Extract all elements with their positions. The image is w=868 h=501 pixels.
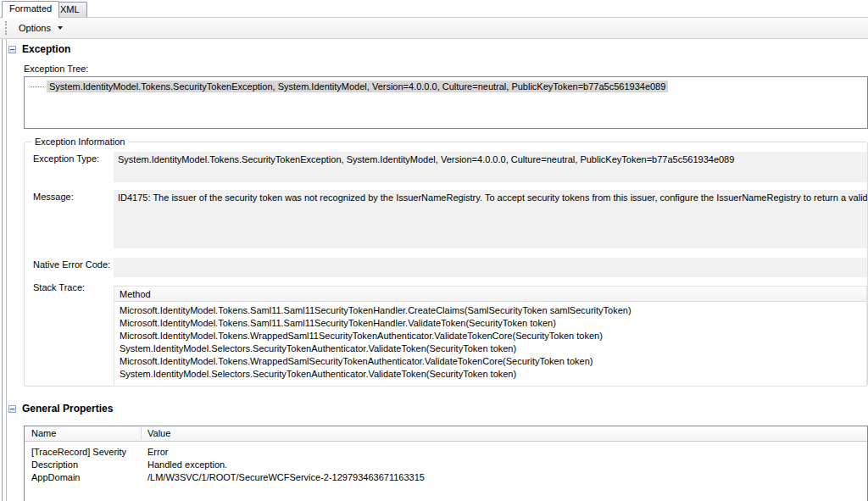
stack-trace-rows: Microsoft.IdentityModel.Tokens.Saml11.Sa… xyxy=(114,302,866,381)
view-tabbar: Formatted XML xyxy=(0,0,868,17)
stack-trace-row[interactable]: System.IdentityModel.Selectors.SecurityT… xyxy=(114,368,866,381)
exception-section-title: Exception xyxy=(22,43,70,55)
toolbar-grip-icon[interactable] xyxy=(5,21,7,35)
stack-trace-row[interactable]: Microsoft.IdentityModel.Tokens.WrappedSa… xyxy=(114,330,866,342)
stack-trace-column-header[interactable]: Method xyxy=(114,287,866,302)
general-properties-header-row: Name Value xyxy=(25,426,867,442)
tab-xml-label: XML xyxy=(60,4,80,14)
exception-information-group: Exception Information Exception Type: Sy… xyxy=(24,142,868,387)
column-header-name[interactable]: Name xyxy=(31,428,56,438)
trace-detail-pane: Formatted XML Options Exception Exceptio… xyxy=(0,0,868,501)
row-value-cell: /LM/W3SVC/1/ROOT/SecureWCFService-2-1297… xyxy=(147,471,425,484)
stack-trace-row[interactable]: Microsoft.IdentityModel.Tokens.WrappedSa… xyxy=(114,355,866,368)
stack-trace-row[interactable]: System.IdentityModel.Selectors.SecurityT… xyxy=(114,342,866,355)
exception-section-header: Exception xyxy=(8,43,70,55)
row-name-cell: AppDomain xyxy=(31,471,80,484)
exception-tree-node-text: System.IdentityModel.Tokens.SecurityToke… xyxy=(47,81,668,92)
pane-left-border-inner xyxy=(6,39,7,501)
column-separator[interactable] xyxy=(141,427,142,440)
exception-type-label: Exception Type: xyxy=(33,153,99,164)
message-field[interactable]: ID4175: The issuer of the security token… xyxy=(114,190,867,248)
tree-connector-icon xyxy=(30,86,44,87)
stack-trace-row[interactable]: Microsoft.IdentityModel.Tokens.Saml11.Sa… xyxy=(114,317,866,330)
general-properties-rows: [TraceRecord] Severity Error Description… xyxy=(25,442,867,484)
native-error-code-label: Native Error Code: xyxy=(33,259,110,270)
options-menu-button[interactable]: Options xyxy=(13,20,69,36)
exception-tree-label: Exception Tree: xyxy=(24,64,88,74)
column-header-value[interactable]: Value xyxy=(147,428,170,438)
dropdown-arrow-icon xyxy=(58,26,63,30)
native-error-code-field[interactable] xyxy=(114,258,867,277)
tab-formatted[interactable]: Formatted xyxy=(2,1,59,18)
options-toolbar: Options xyxy=(0,18,868,39)
general-properties-table: Name Value [TraceRecord] Severity Error … xyxy=(24,426,868,501)
table-row[interactable]: Description Handled exception. xyxy=(25,459,867,471)
exception-information-title: Exception Information xyxy=(31,136,128,147)
collapse-icon[interactable] xyxy=(8,405,16,413)
stack-trace-label: Stack Trace: xyxy=(33,282,85,292)
row-name-cell: [TraceRecord] Severity xyxy=(31,446,126,459)
table-row[interactable]: [TraceRecord] Severity Error xyxy=(25,446,867,459)
stack-trace-list: Method Microsoft.IdentityModel.Tokens.Sa… xyxy=(114,286,867,387)
general-properties-title: General Properties xyxy=(22,403,113,415)
collapse-icon[interactable] xyxy=(8,46,16,53)
row-value-cell: Handled exception. xyxy=(147,459,227,471)
row-value-cell: Error xyxy=(147,446,168,459)
stack-trace-row[interactable]: Microsoft.IdentityModel.Tokens.Saml11.Sa… xyxy=(114,304,866,317)
exception-tree: System.IdentityModel.Tokens.SecurityToke… xyxy=(24,76,868,129)
general-properties-section-header: General Properties xyxy=(8,403,113,415)
row-name-cell: Description xyxy=(31,459,78,471)
pane-left-border-outer xyxy=(2,39,3,501)
exception-type-field[interactable]: System.IdentityModel.Tokens.SecurityToke… xyxy=(114,152,867,182)
exception-tree-node[interactable]: System.IdentityModel.Tokens.SecurityToke… xyxy=(30,81,668,92)
options-menu-label: Options xyxy=(19,23,51,33)
tab-formatted-label: Formatted xyxy=(9,3,52,14)
table-row[interactable]: AppDomain /LM/W3SVC/1/ROOT/SecureWCFServ… xyxy=(25,471,867,484)
message-label: Message: xyxy=(33,192,74,202)
